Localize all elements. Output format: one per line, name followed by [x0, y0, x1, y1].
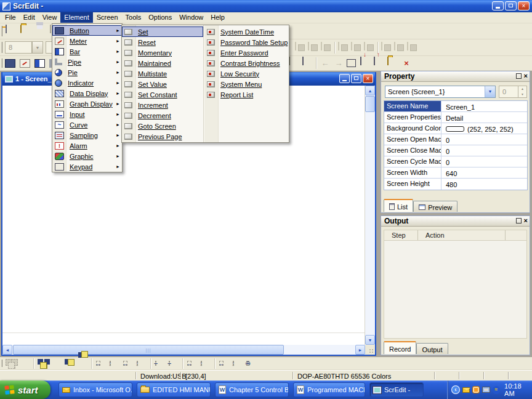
minimize-button[interactable]: [492, 1, 504, 10]
doc-minimize-button[interactable]: [339, 74, 350, 83]
fit-both-button[interactable]: ⊕: [245, 358, 257, 369]
panel-close-icon[interactable]: ×: [524, 217, 528, 224]
state-button-2[interactable]: [307, 42, 320, 54]
font-size-dropdown-icon[interactable]: ▼: [32, 41, 43, 54]
element-menu-item-input[interactable]: Input►: [52, 109, 122, 119]
element-menu-item-button[interactable]: Button►: [52, 25, 122, 36]
state-button-8[interactable]: [393, 42, 406, 54]
align-right-button[interactable]: [50, 358, 62, 369]
submenu-item-contrast-brightness[interactable]: Contrast Brightness: [204, 58, 289, 68]
submenu-item-system-menu[interactable]: System Menu: [204, 79, 289, 89]
submenu-item-password-table-setup[interactable]: Password Table Setup: [204, 37, 289, 47]
panel-close-icon[interactable]: ×: [524, 73, 528, 79]
state-button-5[interactable]: [350, 42, 363, 54]
taskbar-button-programmed-macr[interactable]: W Programmed MACR...: [293, 382, 365, 397]
order-button[interactable]: [288, 57, 300, 69]
element-menu-item-graph-display[interactable]: Graph Display►: [52, 99, 122, 109]
submenu-item-increment[interactable]: Increment: [122, 100, 203, 110]
element-menu-item-keypad[interactable]: Keypad►: [52, 161, 122, 172]
menu-file[interactable]: File: [1, 12, 20, 23]
taskbar-button-scredit[interactable]: ScrEdit -: [369, 382, 424, 397]
submenu-item-enter-password[interactable]: Enter Password: [204, 47, 289, 58]
panel-maximize-icon[interactable]: [516, 218, 522, 224]
background-color-swatch[interactable]: [446, 126, 464, 132]
back-button[interactable]: ←: [319, 57, 331, 69]
align-bottom-button[interactable]: [78, 358, 89, 369]
property-row[interactable]: Screen Close Macro 0: [384, 145, 527, 156]
spinner-arrows-icon[interactable]: ▲▼: [518, 86, 526, 97]
submenu-item-system-datetime[interactable]: System DateTime: [204, 26, 289, 37]
taskbar-button-inbox[interactable]: Inbox - Microsoft O...: [58, 382, 132, 397]
element-menu-item-alarm[interactable]: Alarm►: [52, 140, 122, 151]
state-button-3[interactable]: [320, 42, 332, 54]
horizontal-scroll-thumb[interactable]: |||: [13, 345, 284, 355]
menu-edit[interactable]: Edit: [20, 12, 39, 23]
taskbar-button-chapter5[interactable]: W Chapter 5 Control B...: [215, 382, 289, 397]
submenu-item-set-value[interactable]: Set Value: [122, 79, 203, 89]
element-menu-item-meter[interactable]: Meter►: [52, 36, 122, 46]
scroll-left-icon[interactable]: ◄: [2, 345, 12, 355]
submenu-item-reset[interactable]: Reset: [122, 37, 203, 47]
vertical-scrollbar[interactable]: ▲ ▼: [365, 86, 375, 345]
same-size-height-button[interactable]: ↕: [135, 358, 147, 369]
submenu-item-report-list[interactable]: Report List: [204, 89, 289, 100]
resize-grip[interactable]: [365, 345, 375, 355]
same-width-button[interactable]: ↔: [95, 358, 107, 369]
taskbar-button-hmi-manuel[interactable]: EDITED HMI MANUEL: [137, 382, 211, 397]
state-button-9[interactable]: [406, 42, 419, 54]
submenu-item-multistate[interactable]: Multistate: [122, 68, 203, 79]
tab-preview[interactable]: Preview: [413, 201, 457, 212]
property-row[interactable]: Screen Open Macro 0: [384, 134, 527, 145]
menu-options[interactable]: Options: [145, 12, 175, 23]
menu-element[interactable]: Element: [60, 12, 92, 23]
scroll-down-icon[interactable]: ▼: [365, 335, 375, 345]
element-menu-item-sampling[interactable]: Sampling►: [52, 130, 122, 140]
tray-app-icon[interactable]: ≈: [493, 386, 501, 394]
property-row[interactable]: Background Color (252, 252, 252): [384, 123, 527, 134]
doc-close-button[interactable]: ×: [363, 74, 373, 83]
property-row[interactable]: Screen Height 480: [384, 179, 527, 190]
doc-restore-button[interactable]: [351, 74, 361, 83]
center-horizontal-button[interactable]: ÷: [154, 358, 166, 369]
submenu-item-set-constant[interactable]: Set Constant: [122, 89, 203, 100]
column-step[interactable]: Step: [384, 230, 418, 240]
column-action[interactable]: Action: [418, 230, 506, 240]
bar-element-button[interactable]: [33, 57, 46, 69]
state-button-7[interactable]: [381, 42, 393, 54]
scroll-right-icon[interactable]: ►: [355, 345, 365, 355]
properties-button[interactable]: [302, 57, 314, 69]
tray-chevron-icon[interactable]: ‹: [451, 385, 460, 394]
submenu-item-goto-screen[interactable]: Goto Screen: [122, 121, 203, 131]
tab-output[interactable]: Output: [416, 343, 448, 354]
tray-clock-icon[interactable]: [472, 386, 480, 393]
same-height-button[interactable]: ↕: [108, 358, 120, 369]
element-menu-item-pipe[interactable]: Pipe►: [52, 57, 122, 67]
submenu-item-low-security[interactable]: Low Security: [204, 68, 289, 79]
vertical-scroll-thumb[interactable]: [365, 96, 375, 112]
tray-display-icon[interactable]: [482, 387, 490, 393]
upload-button[interactable]: [373, 57, 385, 69]
element-menu-item-pie[interactable]: Pie►: [52, 67, 122, 78]
font-size-combo[interactable]: 8: [5, 41, 32, 54]
toolbar-grip[interactable]: [1, 58, 3, 68]
tab-record[interactable]: Record: [384, 341, 416, 354]
same-size-width-button[interactable]: ↔: [122, 358, 134, 369]
submenu-item-set[interactable]: Set: [122, 26, 203, 37]
keypad-button[interactable]: [346, 57, 358, 69]
save-button[interactable]: [34, 25, 47, 37]
screen-number-spinner[interactable]: 0 ▲▼: [499, 86, 527, 98]
submenu-item-decrement[interactable]: Decrement: [122, 110, 203, 121]
button-element-button[interactable]: [4, 57, 16, 69]
state-button-1[interactable]: [294, 42, 307, 54]
element-menu-item-data-display[interactable]: Data Display►: [52, 88, 122, 99]
submenu-item-previous-page[interactable]: Previous Page: [122, 131, 203, 142]
close-button[interactable]: ×: [518, 1, 530, 10]
property-row[interactable]: Screen Width 640: [384, 167, 527, 179]
download-button[interactable]: [360, 57, 372, 69]
property-row[interactable]: Screen Cycle Macro 0: [384, 156, 527, 167]
property-row[interactable]: Screen Name Screen_1: [384, 101, 527, 112]
element-menu-item-graphic[interactable]: Graphic►: [52, 151, 122, 161]
menu-help[interactable]: Help: [207, 12, 228, 23]
element-menu-item-bar[interactable]: Bar►: [52, 46, 122, 57]
submenu-item-momentary[interactable]: Momentary: [122, 47, 203, 58]
